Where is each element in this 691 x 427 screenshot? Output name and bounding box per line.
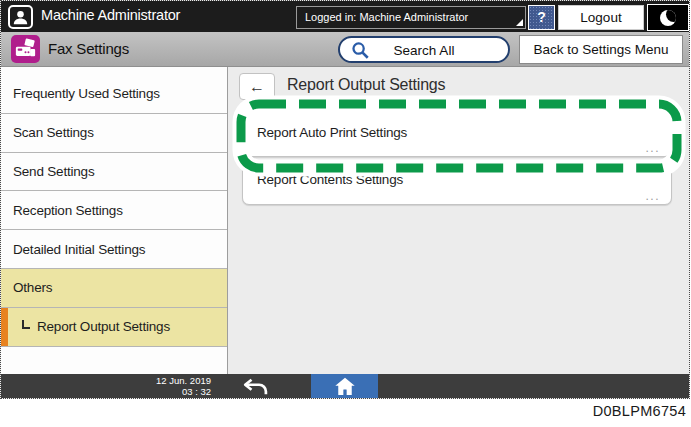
- item-label: Report Auto Print Settings: [257, 125, 407, 140]
- search-all-button[interactable]: Search All: [338, 36, 510, 63]
- fax-settings-icon: [11, 35, 40, 63]
- sidebar-item-detailed-initial-settings[interactable]: Detailed Initial Settings: [1, 230, 227, 269]
- page-title: Fax Settings: [48, 40, 129, 57]
- sidebar-item-report-output-settings[interactable]: Report Output Settings: [1, 308, 227, 347]
- login-status-label: Logged in: Machine Administrator: [305, 11, 468, 23]
- top-status-bar: Machine Administrator Logged in: Machine…: [1, 1, 689, 32]
- app-title-bar: Fax Settings Search All Back to Settings…: [1, 32, 689, 67]
- report-auto-print-settings-item[interactable]: Report Auto Print Settings ...: [242, 109, 672, 157]
- logged-in-user-name: Machine Administrator: [41, 7, 180, 23]
- sidebar-item-send-settings[interactable]: Send Settings: [1, 153, 227, 192]
- back-to-settings-menu-button[interactable]: Back to Settings Menu: [519, 35, 683, 64]
- date-time-display: 12 Jun. 2019 03 : 32: [101, 376, 211, 397]
- moon-icon: [660, 10, 676, 26]
- selected-item-marker: [1, 308, 8, 346]
- back-button[interactable]: ←: [239, 73, 275, 100]
- ellipsis-more-indicator: ...: [645, 141, 660, 155]
- home-icon: [334, 377, 356, 396]
- report-contents-settings-item[interactable]: Report Contents Settings ...: [242, 161, 672, 205]
- footer-bar: 12 Jun. 2019 03 : 32: [1, 374, 689, 399]
- sidebar-item-scan-settings[interactable]: Scan Settings: [1, 114, 227, 153]
- ellipsis-more-indicator: ...: [645, 189, 660, 203]
- section-title: Report Output Settings: [287, 76, 445, 94]
- main-content: ← Report Output Settings Report Auto Pri…: [229, 67, 690, 374]
- sidebar-item-frequently-used-settings[interactable]: Frequently Used Settings: [1, 75, 227, 114]
- settings-sidebar: Frequently Used Settings Scan Settings S…: [1, 67, 228, 374]
- home-button[interactable]: [311, 374, 378, 399]
- figure-caption: D0BLPM6754: [593, 403, 686, 419]
- logout-button[interactable]: Logout: [558, 5, 644, 30]
- footer-time: 03 : 32: [101, 387, 211, 398]
- device-screen: Machine Administrator Logged in: Machine…: [0, 0, 690, 399]
- user-icon[interactable]: [8, 5, 33, 29]
- energy-saver-button[interactable]: [647, 4, 689, 31]
- sub-item-corner-icon: [22, 320, 30, 329]
- sidebar-item-reception-settings[interactable]: Reception Settings: [1, 191, 227, 230]
- sidebar-item-others[interactable]: Others: [1, 269, 227, 308]
- item-label: Report Contents Settings: [257, 172, 403, 187]
- return-arrow-icon: [242, 378, 270, 396]
- login-status-dropdown[interactable]: Logged in: Machine Administrator: [296, 6, 526, 29]
- return-button[interactable]: [239, 376, 273, 397]
- dropdown-corner-triangle-icon: [516, 19, 523, 26]
- search-all-label: Search All: [340, 43, 508, 58]
- help-button[interactable]: ?: [528, 5, 555, 30]
